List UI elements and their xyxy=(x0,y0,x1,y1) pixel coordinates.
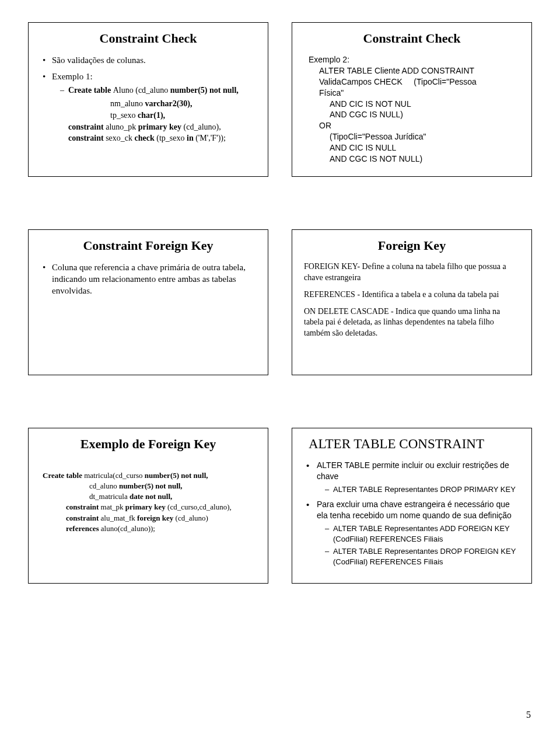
sub-item: ALTER TABLE Representantes DROP FOREIGN … xyxy=(325,546,520,567)
slide-body: FOREIGN KEY- Define a coluna na tabela f… xyxy=(304,261,520,339)
code-line: constraint mat_pk primary key (cd_curso,… xyxy=(43,502,256,512)
bullet-item: Coluna que referencia a chave primária d… xyxy=(43,261,256,297)
code-line: constraint sexo_ck check (tp_sexo in ('M… xyxy=(68,132,256,144)
ident: (cd_aluno), xyxy=(184,123,221,131)
code-line: AND CIC IS NOT NUL xyxy=(309,99,520,110)
example-label: Exemplo 2: xyxy=(309,55,349,64)
para: REFERENCES - Identifica a tabela e a col… xyxy=(304,289,520,301)
ident: tp_sexo xyxy=(110,111,138,120)
code-line: dt_matricula date not null, xyxy=(43,491,256,502)
kw: constraint xyxy=(66,514,101,522)
bullet-list: Coluna que referencia a chave primária d… xyxy=(40,261,256,297)
kw: varchar2(30), xyxy=(145,99,192,108)
bullet-item: Para excluir uma chave estrangeira é nec… xyxy=(306,499,520,567)
ident: aluno_pk xyxy=(106,123,138,131)
code-text: ValidaCampos CHECK xyxy=(319,77,402,86)
sub-item: ALTER TABLE Representantes DROP PRIMARY … xyxy=(325,484,520,495)
kw: constraint xyxy=(66,502,101,511)
code-line: Create table matricula(cd_curso number(5… xyxy=(43,470,256,481)
code-block: constraint aluno_pk primary key (cd_alun… xyxy=(52,121,256,144)
slide-title: Exemplo de Foreign Key xyxy=(40,437,256,452)
bullet-item: ALTER TABLE permite incluir ou excluir r… xyxy=(306,460,520,494)
spacer xyxy=(40,460,256,470)
para: FOREIGN KEY- Define a coluna na tabela f… xyxy=(304,261,520,284)
code-line: nm_aluno varchar2(30), xyxy=(110,98,256,110)
kw: number(5) not null, xyxy=(145,471,208,480)
slide-fk: Foreign Key FOREIGN KEY- Define a coluna… xyxy=(292,229,532,375)
kw: Create table xyxy=(43,471,84,480)
ident: alu_mat_fk xyxy=(101,514,137,522)
slide-constraint-check-2: Constraint Check Exemplo 2: ALTER TABLE … xyxy=(292,22,532,177)
ident: mat_pk xyxy=(101,502,125,511)
code-line: Física" xyxy=(309,88,520,99)
kw: references xyxy=(66,524,101,533)
code-line: ValidaCampos CHECK (TipoCli="Pessoa xyxy=(309,76,520,88)
kw: char(1), xyxy=(138,111,165,120)
code-line: Create table Aluno (cd_aluno number(5) n… xyxy=(60,85,256,96)
ident: (cd_aluno) xyxy=(176,514,208,522)
code-line: tp_sexo char(1), xyxy=(110,110,256,121)
code-line: cd_aluno number(5) not null, xyxy=(43,481,256,491)
bullet-label: Exemplo 1: xyxy=(52,72,93,81)
kw: REFERENCES - xyxy=(304,290,362,299)
ident: ('M','F')); xyxy=(195,134,226,142)
sub-item: ALTER TABLE Representantes ADD FOREIGN K… xyxy=(325,523,520,544)
sub-list: Create table Aluno (cd_aluno number(5) n… xyxy=(52,85,256,96)
code-line: AND CIC IS NULL xyxy=(309,142,520,153)
ident: nm_aluno xyxy=(110,99,145,108)
slide-title: Foreign Key xyxy=(304,238,520,253)
sub-list: ALTER TABLE Representantes ADD FOREIGN K… xyxy=(317,523,520,567)
kw: constraint xyxy=(68,123,106,131)
ident: cd_aluno xyxy=(89,481,119,490)
slide-exemplo-fk: Exemplo de Foreign Key Create table matr… xyxy=(28,428,268,584)
kw: constraint xyxy=(68,134,106,142)
text: Identifica a tabela e a coluna da tabela… xyxy=(362,290,499,299)
slide-constraint-fk: Constraint Foreign Key Coluna que refere… xyxy=(28,229,268,375)
kw: FOREIGN KEY- xyxy=(304,262,362,271)
bullet-item: São validações de colunas. xyxy=(43,54,256,66)
kw: in xyxy=(187,134,195,142)
ident: sexo_ck xyxy=(106,134,134,142)
kw: date not null, xyxy=(130,492,172,501)
code-line: OR xyxy=(309,120,520,131)
sub-list: ALTER TABLE Representantes DROP PRIMARY … xyxy=(317,484,520,495)
ident: (cd_curso,cd_aluno), xyxy=(167,502,232,511)
code-line: AND CGC IS NOT NULL) xyxy=(309,153,520,165)
kw: check xyxy=(135,134,157,142)
code-line: AND CGC IS NULL) xyxy=(309,109,520,120)
kw: primary key xyxy=(125,502,167,511)
ident: Aluno (cd_aluno xyxy=(113,86,170,95)
bullet-list: São validações de colunas. Exemplo 1: Cr… xyxy=(40,54,256,144)
code-line: constraint aluno_pk primary key (cd_alun… xyxy=(68,121,256,133)
bullet-item: Exemplo 1: Create table Aluno (cd_aluno … xyxy=(43,71,256,144)
code-line: constraint alu_mat_fk foreign key (cd_al… xyxy=(43,513,256,523)
code-line: ALTER TABLE Cliente ADD CONSTRAINT xyxy=(309,65,520,76)
ident: (tp_sexo xyxy=(156,134,187,142)
bullet-text: Para excluir uma chave estrangeira é nec… xyxy=(317,500,512,520)
ident: aluno(cd_aluno)); xyxy=(101,524,155,533)
ident: matricula(cd_curso xyxy=(84,471,145,480)
slide-title: ALTER TABLE CONSTRAINT xyxy=(304,437,520,452)
slide-constraint-check-1: Constraint Check São validações de colun… xyxy=(28,22,268,177)
kw: ON DELETE CASCADE - xyxy=(304,307,396,316)
slide-title: Constraint Check xyxy=(40,31,256,46)
bullet-list: ALTER TABLE permite incluir ou excluir r… xyxy=(304,460,520,567)
ident: dt_matricula xyxy=(89,492,130,501)
page-number: 5 xyxy=(526,710,531,720)
slide-grid: Constraint Check São validações de colun… xyxy=(0,0,560,584)
code-text: (TipoCli="Pessoa xyxy=(414,77,477,86)
kw: Create table xyxy=(68,86,113,95)
bullet-text: ALTER TABLE permite incluir ou excluir r… xyxy=(317,460,509,481)
code-block: Create table matricula(cd_curso number(5… xyxy=(40,470,256,534)
code-line: (TipoCli="Pessoa Jurídica" xyxy=(309,131,520,142)
code-line: references aluno(cd_aluno)); xyxy=(43,523,256,534)
kw: number(5) not null, xyxy=(170,86,239,95)
slide-alter-table: ALTER TABLE CONSTRAINT ALTER TABLE permi… xyxy=(292,428,532,584)
code-block: nm_aluno varchar2(30), tp_sexo char(1), xyxy=(52,98,256,121)
code-block: Exemplo 2: ALTER TABLE Cliente ADD CONST… xyxy=(304,54,520,165)
para: ON DELETE CASCADE - Indica que quando um… xyxy=(304,306,520,340)
slide-title: Constraint Foreign Key xyxy=(40,238,256,253)
kw: primary key xyxy=(138,123,184,131)
kw: number(5) not null, xyxy=(119,481,183,490)
kw: foreign key xyxy=(137,514,175,522)
